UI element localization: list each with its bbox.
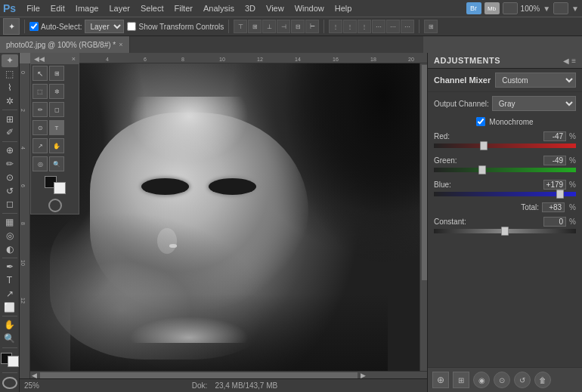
eyedropper-tool[interactable]: ✐ xyxy=(2,126,18,139)
menu-help[interactable]: Help xyxy=(330,2,357,14)
clone-stamp-tool[interactable]: ⊙ xyxy=(2,171,18,184)
panel-menu-icon[interactable]: ≡ xyxy=(571,57,576,65)
green-slider-thumb[interactable] xyxy=(478,165,486,174)
adj-bottom-reset-icon[interactable]: ↺ xyxy=(514,372,531,388)
auto-select-dropdown[interactable]: Layer xyxy=(85,20,124,33)
distribute-bottom-icon[interactable]: ⋮ xyxy=(358,20,371,33)
color-swatches[interactable] xyxy=(1,353,19,366)
align-top-icon[interactable]: ⊤ xyxy=(234,20,247,33)
crop-tool[interactable]: ⊞ xyxy=(2,113,18,125)
brush-tool[interactable]: ✏ xyxy=(2,157,18,170)
scrollbar-thumb-h[interactable] xyxy=(40,372,358,378)
photo-canvas[interactable] xyxy=(30,63,427,392)
mini-type-tool[interactable]: T xyxy=(49,120,64,135)
mini-lasso-tool[interactable]: ⬚ xyxy=(33,84,48,99)
workspace-icon[interactable] xyxy=(503,2,518,14)
dodge-tool[interactable]: ◐ xyxy=(2,242,18,255)
align-vcenter-icon[interactable]: ⊞ xyxy=(248,20,262,33)
blue-value[interactable]: +179 xyxy=(543,180,567,190)
distribute-right-icon[interactable]: ⋯ xyxy=(401,20,414,33)
menu-layer[interactable]: Layer xyxy=(104,2,135,14)
panel-collapse-icon[interactable]: ◀ xyxy=(563,57,569,65)
mini-color-swatches[interactable] xyxy=(31,173,79,197)
adj-bottom-eye-icon[interactable]: ◉ xyxy=(473,372,490,388)
align-left-icon[interactable]: ⊣ xyxy=(277,20,290,33)
mini-quick-mask[interactable] xyxy=(48,199,62,212)
menu-edit[interactable]: Edit xyxy=(46,2,70,14)
zoom-dropdown-icon[interactable]: ▼ xyxy=(543,5,550,13)
mini-crop-tool[interactable]: ⊞ xyxy=(49,66,64,81)
pen-tool[interactable]: ✒ xyxy=(2,261,18,273)
mini-hand-tool[interactable]: ✋ xyxy=(49,138,64,153)
shape-tool[interactable]: ⬜ xyxy=(2,301,18,313)
quick-mask-icon[interactable] xyxy=(2,377,17,389)
move-tool[interactable]: ✦ xyxy=(2,54,18,67)
blur-tool[interactable]: ◎ xyxy=(2,229,18,242)
monochrome-checkbox[interactable] xyxy=(476,117,485,126)
output-channel-dropdown[interactable]: Gray xyxy=(492,96,576,111)
adj-bottom-navigate-icon[interactable]: ⊕ xyxy=(432,372,449,388)
magic-wand-tool[interactable]: ✲ xyxy=(2,95,18,108)
mini-bg-color[interactable] xyxy=(54,182,66,194)
menu-view[interactable]: View xyxy=(262,2,289,14)
history-brush-tool[interactable]: ↺ xyxy=(2,184,18,197)
mini-pen-tool[interactable]: ↗ xyxy=(33,138,48,153)
menu-file[interactable]: File xyxy=(22,2,45,14)
channel-mixer-preset-dropdown[interactable]: Custom xyxy=(495,73,576,88)
blue-slider-track[interactable] xyxy=(434,192,576,196)
mini-panel-collapse[interactable]: ◀◀ xyxy=(34,55,45,63)
mini-zoom-tool[interactable]: ⊙ xyxy=(33,120,48,135)
align-bottom-icon[interactable]: ⊥ xyxy=(262,20,276,33)
lasso-tool[interactable]: ⌇ xyxy=(2,82,18,94)
show-transform-checkbox[interactable]: Show Transform Controls xyxy=(127,22,224,31)
zoom-tool[interactable]: 🔍 xyxy=(2,332,18,345)
mini-extra-tool[interactable]: 🔍 xyxy=(49,156,64,171)
mini-panel-close[interactable]: × xyxy=(72,55,76,63)
distribute-hcenter-icon[interactable]: ⋯ xyxy=(386,20,400,33)
distribute-top-icon[interactable]: ⋮ xyxy=(329,20,342,33)
menu-image[interactable]: Image xyxy=(71,2,104,14)
red-slider-track[interactable] xyxy=(434,144,576,148)
gradient-tool[interactable]: ▦ xyxy=(2,216,18,229)
background-color[interactable] xyxy=(8,356,19,367)
green-value[interactable]: -49 xyxy=(543,156,566,165)
adj-bottom-visibility-icon[interactable]: ⊙ xyxy=(494,372,510,388)
menu-filter[interactable]: Filter xyxy=(170,2,197,14)
auto-align-icon[interactable]: ⊞ xyxy=(424,20,438,33)
distribute-left-icon[interactable]: ⋯ xyxy=(372,20,385,33)
red-slider-thumb[interactable] xyxy=(480,141,488,150)
bridge-icon[interactable]: Br xyxy=(466,2,481,14)
align-hcenter-icon[interactable]: ⊟ xyxy=(291,20,305,33)
mini-panel-header[interactable]: ◀◀ × xyxy=(31,54,79,64)
constant-slider-thumb[interactable] xyxy=(501,227,509,236)
red-value[interactable]: -47 xyxy=(543,131,566,141)
vertical-scrollbar[interactable] xyxy=(419,63,427,371)
mini-bridge-icon[interactable]: Mb xyxy=(484,2,500,14)
eraser-tool[interactable]: ◻ xyxy=(2,198,18,211)
scroll-right-arrow[interactable]: ▶ xyxy=(359,372,367,379)
green-slider-track[interactable] xyxy=(434,168,576,172)
hand-tool[interactable]: ✋ xyxy=(2,319,18,332)
menu-window[interactable]: Window xyxy=(290,2,329,14)
mini-eraser-tool[interactable]: ◻ xyxy=(49,102,64,117)
auto-select-checkbox[interactable]: Auto-Select: xyxy=(29,22,82,31)
blue-slider-thumb[interactable] xyxy=(556,190,564,199)
move-tool-icon[interactable]: ✦ xyxy=(3,18,20,35)
healing-brush-tool[interactable]: ⊕ xyxy=(2,144,18,157)
arrange-icon[interactable] xyxy=(553,2,568,14)
tab-close-button[interactable]: × xyxy=(119,41,122,48)
menu-analysis[interactable]: Analysis xyxy=(199,2,239,14)
type-tool[interactable]: T xyxy=(2,274,18,287)
document-tab[interactable]: photo02.jpg @ 100% (RGB/8#) * × xyxy=(0,36,130,53)
scrollbar-thumb-v[interactable] xyxy=(422,65,427,280)
constant-value[interactable]: 0 xyxy=(543,217,566,227)
horizontal-scrollbar[interactable]: ◀ ▶ xyxy=(30,371,427,378)
mini-select-tool[interactable]: ↖ xyxy=(33,66,48,81)
scroll-left-arrow[interactable]: ◀ xyxy=(30,372,39,379)
marquee-tool[interactable]: ⬚ xyxy=(2,68,18,81)
distribute-vcenter-icon[interactable]: ⋮ xyxy=(343,20,357,33)
arrange-dropdown-icon[interactable]: ▼ xyxy=(571,5,579,13)
constant-slider-track[interactable] xyxy=(434,229,576,233)
menu-select[interactable]: Select xyxy=(136,2,169,14)
mini-magic-wand-tool[interactable]: ✲ xyxy=(49,84,64,99)
